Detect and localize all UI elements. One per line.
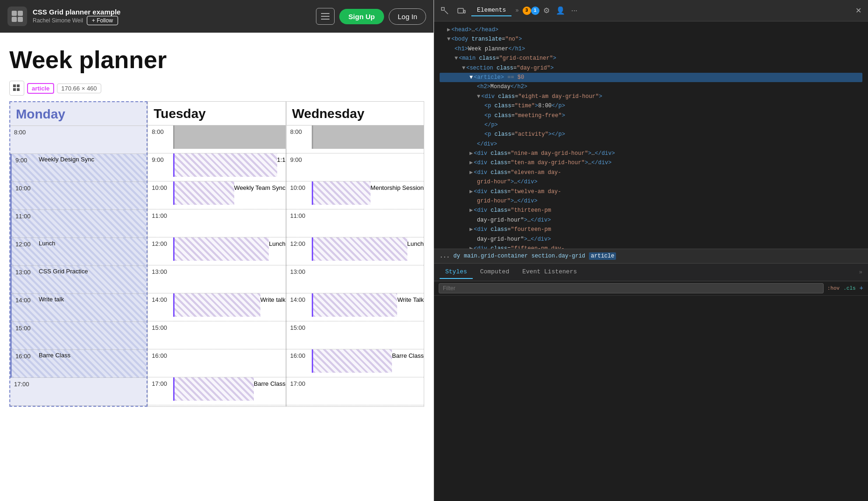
svg-rect-3 [18,17,23,22]
svg-rect-8 [17,84,20,87]
time-label: 14:00 [287,293,311,305]
time-label: 17:00 [148,377,172,389]
expand-arrow[interactable]: ▶ [469,168,473,177]
warning-badge: 3 [523,7,531,15]
dom-line: <p class="time" >8:00</p> [440,101,862,111]
settings-button[interactable]: ⚙ [539,4,553,18]
browser-toolbar: CSS Grid planner example Rachel Simone W… [0,0,434,33]
breadcrumb-item-section[interactable]: section.day-grid [532,253,585,259]
filter-plus[interactable]: + [860,285,863,292]
slot-activity [35,126,147,130]
time-label: 16:00 [12,350,36,362]
slot-activity [172,349,285,353]
tuesday-header: Tuesday [148,102,285,125]
dom-line-selected[interactable]: ▼ <article> == $0 [440,73,862,82]
time-label: 8:00 [287,125,311,137]
toolbar-right: Sign Up Log In [316,8,426,25]
slot-tue-17: 17:00 Barre Class [148,377,285,405]
dom-line: day-grid-hour" >…</div> [440,235,862,244]
tab-event-listeners[interactable]: Event Listeners [517,265,582,279]
browser-subtitle: Rachel Simone Weil + Follow [33,16,310,25]
slot-tue-10: 10:00 Weekly Team Sync [148,181,285,209]
dom-line: </div> [440,139,862,149]
dom-line: <p class="activity" ></p> [440,130,862,139]
time-label: 17:00 [287,377,311,389]
slot-tue-12: 12:00 Lunch [148,237,285,265]
article-badge: article [27,83,54,94]
slot-activity [173,293,260,317]
slot-wed-12: 12:00 Lunch [287,237,424,265]
devtools-breadcrumb: ... dy main.grid-container section.day-g… [434,249,868,264]
slot-activity [173,237,269,261]
expand-arrow[interactable]: ▼ [469,73,473,82]
login-button[interactable]: Log In [389,8,426,25]
expand-arrow[interactable]: ▶ [469,244,473,249]
time-label: 10:00 [287,181,311,193]
slot-activity: Write talk [36,294,147,305]
time-label: 13:00 [148,265,172,277]
browser-title-block: CSS Grid planner example Rachel Simone W… [33,8,310,25]
time-label: 10:00 [148,181,172,193]
filter-bar: :hov .cls + [434,281,868,296]
slot-mon-17: 17:00 [10,378,147,406]
slot-activity [172,209,285,213]
expand-arrow[interactable]: ▶ [469,149,473,158]
slot-wed-15: 15:00 [287,321,424,349]
devtools-toolbar: Elements » 3 1 ⚙ 👤 ··· ✕ [434,0,868,21]
time-label: 15:00 [12,322,36,334]
slot-activity: Lunch [36,238,147,249]
expand-arrow[interactable]: ▶ [447,25,450,35]
dom-line: ▶ <div class="eleven-am day- [440,168,862,177]
slot-wed-17: 17:00 [287,377,424,405]
expand-arrow[interactable]: ▶ [469,206,473,215]
styles-panel: :hov .cls + [434,281,868,501]
breadcrumb-item-main[interactable]: main.grid-container [464,253,528,259]
slot-text: Barre Class [392,349,424,359]
user-button[interactable]: 👤 [553,4,567,18]
more-options-button[interactable]: ··· [567,4,581,18]
tab-more-button[interactable]: » [511,6,522,16]
slot-activity [173,181,234,205]
hamburger-button[interactable] [316,8,335,25]
slot-tue-11: 11:00 [148,209,285,237]
breadcrumb-item-body[interactable]: dy [454,253,460,259]
close-devtools-button[interactable]: ✕ [852,5,864,17]
expand-arrow[interactable]: ▶ [469,225,473,234]
filter-cls[interactable]: .cls [843,285,855,291]
tab-elements[interactable]: Elements [471,5,511,16]
responsive-design-button[interactable] [455,4,469,18]
tab-computed[interactable]: Computed [475,265,515,279]
dom-line: ▼ <body translate="no" > [440,35,862,44]
slot-tue-13: 13:00 [148,265,285,293]
svg-rect-13 [458,8,463,13]
dom-line: grid-hour" >…</div> [440,196,862,206]
signup-button[interactable]: Sign Up [339,9,385,24]
filter-input[interactable] [439,283,824,293]
slot-wed-10: 10:00 Mentorship Session [287,181,424,209]
tab-more[interactable]: » [859,269,862,276]
dimension-text: 170.66 × 460 [57,84,101,93]
dom-line: ▶ <div class="twelve-am day- [440,187,862,196]
tab-styles[interactable]: Styles [440,265,473,279]
time-label: 11:00 [148,209,172,221]
expand-arrow[interactable]: ▼ [477,92,480,101]
expand-arrow[interactable]: ▼ [447,35,450,44]
slot-activity [36,182,147,186]
time-label: 9:00 [148,153,172,165]
slot-activity [173,125,285,149]
time-label: 10:00 [12,182,36,194]
expand-arrow[interactable]: ▼ [455,54,458,63]
expand-arrow[interactable]: ▶ [469,158,473,167]
follow-button[interactable]: + Follow [87,16,118,25]
expand-arrow[interactable]: ▼ [462,63,465,73]
browser-panel: CSS Grid planner example Rachel Simone W… [0,0,434,501]
svg-rect-6 [321,19,329,20]
slot-activity: Weekly Design Sync [36,154,147,165]
time-label: 12:00 [148,237,172,249]
filter-hov[interactable]: :hov [827,285,840,291]
breadcrumb-item-article[interactable]: article [589,252,616,260]
slot-activity [173,153,277,177]
inspect-element-button[interactable] [438,4,452,18]
expand-arrow[interactable]: ▶ [469,187,473,196]
slot-wed-13: 13:00 [287,265,424,293]
